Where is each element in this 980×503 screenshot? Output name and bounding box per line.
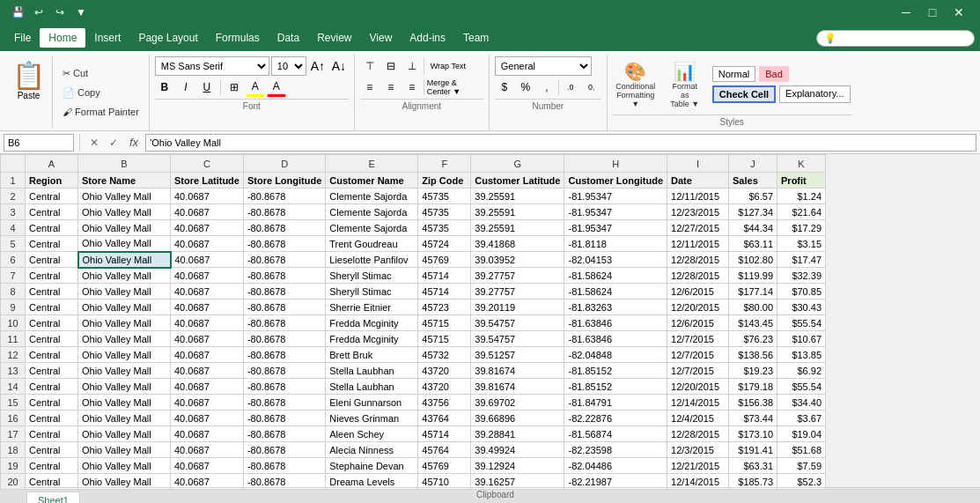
merge-center-button[interactable]: Merge & Center ▼: [426, 78, 483, 97]
cell[interactable]: 40.0687: [171, 379, 244, 395]
cut-button[interactable]: ✂ Cut: [58, 65, 144, 82]
increase-decimal-button[interactable]: .0: [561, 78, 580, 97]
cell[interactable]: 45735: [418, 220, 471, 236]
cell[interactable]: Ohio Valley Mall: [78, 363, 171, 379]
cell[interactable]: -80.8678: [243, 363, 325, 379]
cell[interactable]: 43764: [418, 411, 471, 426]
cell[interactable]: 45714: [418, 426, 471, 442]
cell[interactable]: Central: [26, 189, 78, 204]
cell[interactable]: $21.64: [777, 204, 826, 220]
cell[interactable]: $173.10: [729, 426, 777, 442]
bold-button[interactable]: B: [155, 78, 174, 97]
cell[interactable]: -81.63846: [564, 331, 667, 347]
cell[interactable]: 40.0687: [171, 236, 244, 252]
cell[interactable]: 12/23/2015: [667, 204, 729, 220]
cell[interactable]: -80.8678: [243, 220, 325, 236]
row-header-13[interactable]: 13: [1, 363, 26, 379]
cell[interactable]: Lieselotte Panfilov: [326, 252, 418, 268]
cell[interactable]: Central: [26, 379, 78, 395]
cell[interactable]: $80.00: [729, 300, 777, 315]
align-right-button[interactable]: ≡: [402, 78, 422, 97]
cell[interactable]: 40.0687: [171, 315, 244, 331]
cell[interactable]: 45715: [418, 315, 471, 331]
cell[interactable]: 43756: [418, 395, 471, 411]
cell[interactable]: Sales: [729, 173, 777, 189]
cell[interactable]: Sherrie Eitnier: [326, 300, 418, 315]
cell[interactable]: $179.18: [729, 379, 777, 395]
cell[interactable]: $7.59: [777, 458, 826, 474]
cell[interactable]: 39.28841: [471, 426, 564, 442]
style-explanatory[interactable]: Explanatory...: [779, 85, 850, 103]
italic-button[interactable]: I: [176, 78, 195, 97]
cell[interactable]: 39.41868: [471, 236, 564, 252]
undo-button[interactable]: ↩: [30, 4, 48, 21]
row-header-7[interactable]: 7: [1, 268, 26, 284]
cell[interactable]: Central: [26, 411, 78, 426]
cell[interactable]: -80.8678: [243, 347, 325, 363]
cell[interactable]: 40.0687: [171, 220, 244, 236]
cell[interactable]: -81.83263: [564, 300, 667, 315]
cell[interactable]: -81.85152: [564, 363, 667, 379]
cell[interactable]: -82.04848: [564, 347, 667, 363]
cell[interactable]: Eleni Gunnarson: [326, 395, 418, 411]
cell[interactable]: Customer Latitude: [471, 173, 564, 189]
cell[interactable]: $6.92: [777, 363, 826, 379]
cell[interactable]: Profit: [777, 173, 826, 189]
cell[interactable]: $156.38: [729, 395, 777, 411]
cell[interactable]: 12/4/2015: [667, 411, 729, 426]
cell[interactable]: $6.57: [729, 189, 777, 204]
cell[interactable]: Ohio Valley Mall: [78, 395, 171, 411]
cell[interactable]: -80.8678: [243, 252, 325, 268]
customize-button[interactable]: ▼: [72, 4, 90, 21]
cell[interactable]: Ohio Valley Mall: [78, 426, 171, 442]
row-header-2[interactable]: 2: [1, 189, 26, 204]
row-header-1[interactable]: 1: [1, 173, 26, 189]
cell[interactable]: Stella Laubhan: [326, 379, 418, 395]
cell[interactable]: Brett Bruk: [326, 347, 418, 363]
currency-button[interactable]: $: [495, 78, 514, 97]
col-header-g[interactable]: G: [471, 155, 564, 173]
cell[interactable]: 12/7/2015: [667, 347, 729, 363]
cell[interactable]: $10.67: [777, 331, 826, 347]
comma-button[interactable]: ,: [537, 78, 556, 97]
cell[interactable]: Ohio Valley Mall: [78, 204, 171, 220]
cell[interactable]: Stephaine Devan: [326, 458, 418, 474]
row-header-10[interactable]: 10: [1, 315, 26, 331]
cell[interactable]: Fredda Mcginity: [326, 331, 418, 347]
cell[interactable]: -82.23598: [564, 442, 667, 458]
cell[interactable]: 45715: [418, 331, 471, 347]
sheet-table-wrapper[interactable]: A B C D E F G H I J K 1RegionStore NameS…: [0, 154, 980, 489]
cell[interactable]: 40.0687: [171, 300, 244, 315]
col-header-e[interactable]: E: [326, 155, 418, 173]
cell[interactable]: -80.8678: [243, 268, 325, 284]
cell[interactable]: 12/14/2015: [667, 395, 729, 411]
cell[interactable]: Store Latitude: [171, 173, 244, 189]
cell[interactable]: $30.43: [777, 300, 826, 315]
cell[interactable]: 39.81674: [471, 363, 564, 379]
cell[interactable]: $19.23: [729, 363, 777, 379]
cell[interactable]: 40.0687: [171, 363, 244, 379]
cell[interactable]: -82.22876: [564, 411, 667, 426]
cell[interactable]: -80.8678: [243, 442, 325, 458]
cell[interactable]: Ohio Valley Mall: [78, 220, 171, 236]
cell[interactable]: Ohio Valley Mall: [78, 458, 171, 474]
cell[interactable]: Date: [667, 173, 729, 189]
cell[interactable]: $102.80: [729, 252, 777, 268]
cell[interactable]: Central: [26, 284, 78, 300]
cell[interactable]: 12/11/2015: [667, 189, 729, 204]
cell[interactable]: Central: [26, 331, 78, 347]
cell[interactable]: Central: [26, 458, 78, 474]
align-middle-button[interactable]: ⊟: [381, 56, 401, 76]
cell[interactable]: Ohio Valley Mall: [78, 379, 171, 395]
cell[interactable]: 12/28/2015: [667, 252, 729, 268]
col-header-h[interactable]: H: [564, 155, 667, 173]
cell[interactable]: Ohio Valley Mall: [78, 189, 171, 204]
cell[interactable]: Ohio Valley Mall: [78, 411, 171, 426]
align-bottom-button[interactable]: ⊥: [402, 56, 422, 76]
wrap-text-button[interactable]: Wrap Text: [426, 56, 470, 76]
formula-input[interactable]: [145, 134, 976, 152]
cell[interactable]: 12/21/2015: [667, 458, 729, 474]
row-header-16[interactable]: 16: [1, 411, 26, 426]
cell[interactable]: Central: [26, 236, 78, 252]
cell[interactable]: Region: [26, 173, 78, 189]
